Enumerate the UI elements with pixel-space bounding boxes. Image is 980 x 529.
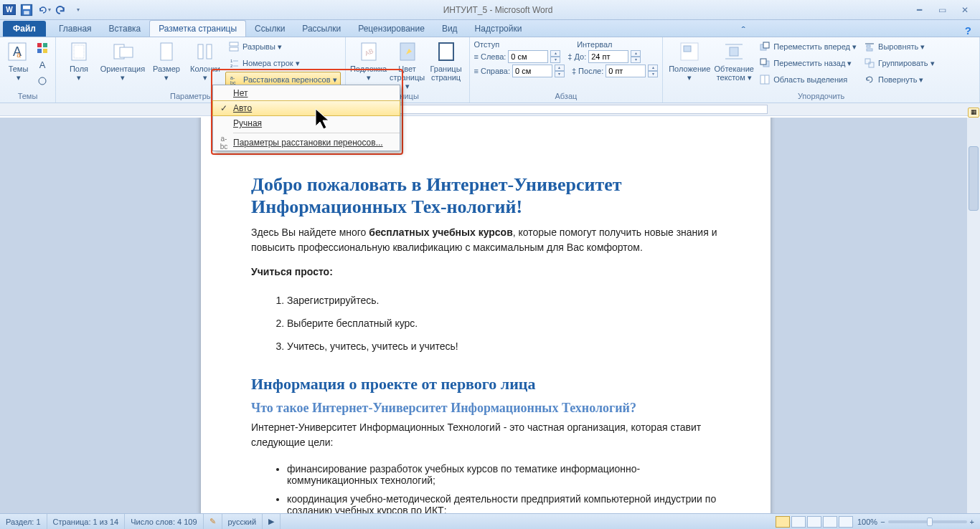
minimize-icon[interactable]: ━ [910,4,928,16]
svg-point-11 [39,77,46,85]
status-section[interactable]: Раздел: 1 [0,514,47,529]
qat-customize-icon[interactable]: ▾ [70,2,86,18]
svg-rect-30 [439,43,453,60]
view-draft-icon[interactable] [839,516,853,528]
page-borders-icon [435,40,458,63]
status-proofing[interactable]: ✎ [204,514,222,529]
svg-rect-16 [161,43,172,60]
zoom-slider[interactable] [888,520,967,523]
rotate-button[interactable]: Повернуть ▾ [861,72,938,87]
menu-item-auto[interactable]: ✓Авто [212,100,400,116]
indent-right-input[interactable] [512,65,552,77]
redo-icon[interactable] [53,2,69,18]
svg-rect-37 [763,42,769,48]
spinner-down-icon[interactable]: ▾ [550,57,560,63]
ribbon-minimize-icon[interactable]: ˆ [742,24,745,37]
align-button[interactable]: Выровнять ▾ [861,39,938,54]
group-objects-button[interactable]: Группировать ▾ [861,55,938,71]
columns-button[interactable]: Колонки▾ [187,39,224,82]
list-item: Зарегистрируйтесь. [287,289,720,312]
theme-fonts-button[interactable]: A [34,57,51,72]
svg-text:1: 1 [230,59,233,63]
selection-pane-button[interactable]: Область выделения [756,72,859,87]
svg-rect-44 [867,49,872,51]
status-macro[interactable]: ▶ [263,514,281,529]
tab-page-layout[interactable]: Разметка страницы [149,20,246,37]
size-button[interactable]: Размер▾ [148,39,185,82]
theme-colors-button[interactable] [34,40,51,56]
spacing-before-input[interactable] [588,50,628,63]
svg-rect-15 [120,47,133,57]
help-icon[interactable]: ? [965,24,971,37]
menu-item-none[interactable]: Нет [213,85,400,101]
save-icon[interactable] [19,2,34,18]
maximize-icon[interactable]: ▭ [933,4,951,16]
page-color-button[interactable]: Цветстраницы ▾ [389,39,426,90]
svg-rect-20 [230,47,238,51]
bring-forward-button[interactable]: Переместить вперед ▾ [756,39,859,54]
spacing-after-input[interactable] [606,65,646,77]
list-item: координация учебно-методической деятельн… [287,490,720,513]
zoom-level[interactable]: 100% [857,518,877,526]
colors-icon [37,42,48,54]
svg-rect-6 [37,43,42,47]
size-label: Размер [153,65,180,73]
wrap-text-button[interactable]: Обтеканиетекстом ▾ [713,39,755,82]
view-full-screen-icon[interactable] [791,516,806,528]
menu-item-manual[interactable]: Ручная [213,115,400,131]
zoom-out-button[interactable]: − [880,518,885,526]
indent-title: Отступ [474,40,500,49]
tab-review[interactable]: Рецензирование [349,21,433,37]
tab-mailings[interactable]: Рассылки [293,21,349,37]
view-web-layout-icon[interactable] [807,516,821,528]
orientation-button[interactable]: Ориентация▾ [99,39,146,82]
tab-addins[interactable]: Надстройки [466,21,531,37]
vertical-scrollbar[interactable] [967,118,980,513]
position-button[interactable]: Положение▾ [667,39,712,82]
breaks-button[interactable]: Разрывы ▾ [225,39,341,54]
send-backward-button[interactable]: Переместить назад ▾ [756,55,859,71]
horizontal-ruler[interactable] [0,103,980,116]
hyphenation-options-icon: a-bc [215,135,233,151]
status-language[interactable]: русский [222,514,263,529]
status-word-count[interactable]: Число слов: 4 109 [125,514,203,529]
status-page[interactable]: Страница: 1 из 14 [47,514,126,529]
file-tab[interactable]: Файл [3,21,46,37]
bring-forward-icon [759,41,771,52]
view-outline-icon[interactable] [823,516,837,528]
zoom-slider-knob[interactable] [927,518,933,526]
scrollbar-thumb[interactable] [969,146,979,211]
tab-home[interactable]: Главная [50,21,100,37]
svg-text:a: a [17,51,21,59]
close-icon[interactable]: ✕ [956,4,974,16]
theme-effects-button[interactable] [34,73,51,89]
proofing-icon: ✎ [209,517,216,526]
indent-left-input[interactable] [508,50,548,63]
ribbon-tabs: Файл Главная Вставка Разметка страницы С… [0,20,980,37]
view-print-layout-icon[interactable] [776,516,790,528]
margins-button[interactable]: Поля▾ [60,39,98,82]
tab-view[interactable]: Вид [433,21,466,37]
undo-icon[interactable]: ▾ [36,2,52,18]
indent-right-icon: ≡ [474,67,479,75]
margins-label: Поля [70,65,88,73]
line-numbers-button[interactable]: 12Номера строк ▾ [225,55,341,71]
zoom-in-button[interactable]: + [970,518,974,526]
hyphenation-icon: a-bc [229,74,240,85]
doc-paragraph-3: Интернет-Университет Информационных Техн… [251,420,720,449]
document-page[interactable]: Добро пожаловать в Интернет-Университет … [201,118,771,513]
tab-insert[interactable]: Вставка [100,21,150,37]
menu-item-hyphenation-options[interactable]: a-bcПараметры расстановки переносов... [213,135,400,151]
themes-button[interactable]: Aa Темы▾ [4,39,32,82]
svg-rect-18 [207,44,212,59]
selection-pane-icon [759,74,771,85]
spinner-up-icon[interactable]: ▴ [550,50,560,57]
tab-references[interactable]: Ссылки [246,21,293,37]
svg-rect-46 [869,62,874,67]
ruler-toggle-icon[interactable]: ▦ [968,108,979,118]
watermark-button[interactable]: ABПодложка▾ [350,39,387,82]
word-app-icon[interactable]: W [1,2,17,18]
spacing-after-icon: ‡ [572,67,576,75]
page-borders-button[interactable]: Границыстраниц [428,39,465,82]
list-item: финансирование разработок учебных курсов… [287,459,720,490]
